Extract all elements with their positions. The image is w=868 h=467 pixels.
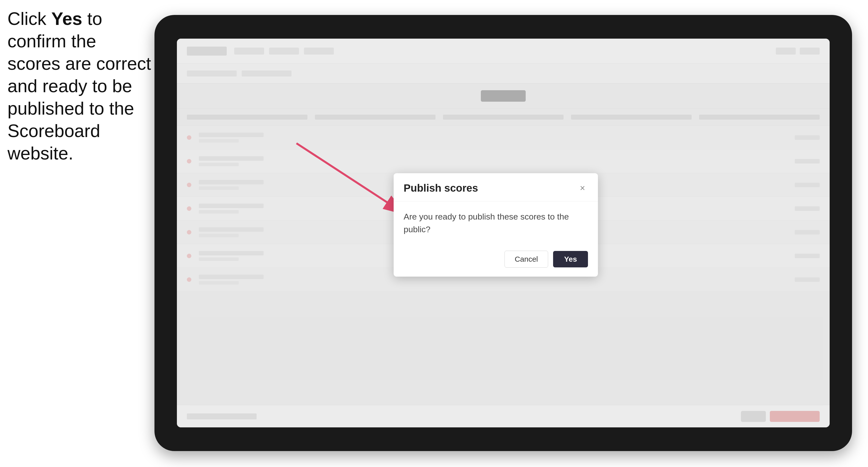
instruction-bold: Yes [51,9,82,29]
cancel-button[interactable]: Cancel [504,251,548,268]
yes-button[interactable]: Yes [553,251,588,268]
modal-message: Are you ready to publish these scores to… [404,210,588,236]
tablet-shell: Publish scores × Are you ready to publis… [154,15,852,451]
modal-body: Are you ready to publish these scores to… [394,201,598,245]
tablet-screen: Publish scores × Are you ready to publis… [177,39,830,427]
modal-dialog: Publish scores × Are you ready to publis… [394,173,598,277]
modal-footer: Cancel Yes [394,245,598,277]
modal-close-button[interactable]: × [577,183,588,194]
instruction-text: Click Yes to confirm the scores are corr… [7,7,152,164]
modal-header: Publish scores × [394,173,598,201]
modal-title: Publish scores [404,182,478,194]
